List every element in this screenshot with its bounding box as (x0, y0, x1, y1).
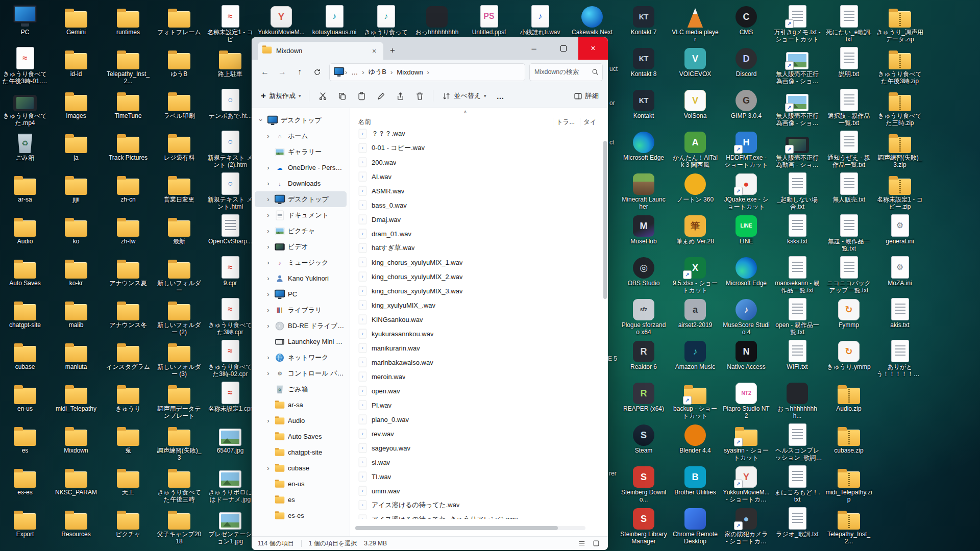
desktop-icon[interactable]: Y↗YukkuriMovieM... - ショートカット (722, 465, 771, 503)
file-row[interactable]: ♪king_xyulyuMIX_.wav (353, 298, 602, 312)
paste-button[interactable] (352, 87, 371, 105)
desktop-icon[interactable]: 最新 (155, 214, 204, 245)
desktop-icon[interactable]: X↗9.5.xlsx - ショートカット (671, 256, 720, 294)
desktop-icon[interactable]: es-es (1, 465, 50, 496)
desktop-icon[interactable]: ♪Amazon Music (671, 340, 720, 371)
expand-chevron-icon[interactable]: › (265, 464, 272, 472)
file-row[interactable]: ♪AI.wav (353, 169, 602, 184)
details-view-button[interactable] (576, 538, 587, 548)
expand-chevron-icon[interactable]: › (265, 164, 272, 171)
expand-chevron-icon[interactable]: › (257, 117, 265, 123)
desktop-icon[interactable]: ↗無人販売不正行為画像 - ショートカッ... (773, 47, 822, 85)
desktop-icon[interactable]: おっhhhhhhhhh... (773, 382, 822, 419)
expand-chevron-icon[interactable]: › (265, 274, 272, 282)
desktop-icon[interactable]: SSteinberg Library Manager (619, 507, 668, 545)
desktop-icon[interactable]: es (1, 423, 50, 455)
desktop-icon[interactable]: Export (1, 507, 50, 538)
desktop-icon[interactable]: OpenCvSharp... (206, 214, 255, 245)
sidebar-item[interactable]: ごみ箱 (255, 381, 347, 397)
desktop-icon[interactable]: jijii (52, 172, 101, 204)
desktop-icon[interactable]: midi_Telepathy (52, 382, 101, 413)
desktop-icon[interactable]: 説明.txt (824, 47, 873, 78)
desktop-icon[interactable]: 新しいフォルダー (3) (155, 340, 204, 378)
sidebar-item[interactable]: ›♪ミュージック (255, 255, 347, 270)
sidebar-item[interactable]: es (255, 492, 347, 508)
desktop-icon[interactable]: 路上駐車 (206, 47, 255, 78)
desktop-icon[interactable]: 無人販売.txt (824, 172, 873, 204)
desktop-icon[interactable]: runtimes (104, 5, 153, 36)
desktop-icon[interactable]: Microsoft Edge (722, 256, 771, 287)
file-row[interactable]: ♪open.wav (353, 384, 602, 398)
desktop-icon[interactable]: ♪小銭誰れti.wav (516, 5, 565, 36)
desktop-icon[interactable]: ↻Fymmp (824, 298, 873, 329)
share-button[interactable] (391, 87, 409, 105)
desktop-icon[interactable]: _起動しない場合.txt (773, 172, 822, 210)
desktop-icon[interactable]: 天工 (104, 465, 153, 496)
sidebar-item[interactable]: ›ネットワーク (255, 349, 347, 365)
desktop-icon[interactable]: ↗syasinn - ショートカット (722, 423, 771, 461)
desktop-icon[interactable]: ko (52, 214, 101, 245)
desktop-icon[interactable]: ●↗JQuake.exe - ショートカット (722, 172, 771, 210)
file-row[interactable]: ♪アイス溶けるの待ってた.wav (353, 498, 602, 512)
desktop-icon[interactable]: 無題 - 親作品一覧.txt (824, 214, 873, 252)
desktop-icon[interactable]: ♪MuseScore Studio 4 (722, 298, 771, 336)
desktop-icon[interactable]: ja (52, 131, 101, 162)
details-pane-button[interactable]: 詳細 (569, 87, 603, 105)
desktop-icon[interactable]: プレゼンテーション1.jpg (206, 507, 255, 545)
sidebar-item[interactable]: ›↓Downloads (255, 176, 347, 191)
desktop-icon[interactable]: akis.txt (875, 298, 924, 329)
desktop-icon[interactable]: malib (52, 298, 101, 329)
sidebar-item[interactable]: Auto Saves (255, 429, 347, 444)
desktop-icon[interactable]: en-us (1, 382, 50, 413)
desktop-icon[interactable]: 営業日変更 (155, 172, 204, 204)
desktop-icon[interactable]: chatgpt-site (1, 298, 50, 329)
expand-chevron-icon[interactable]: › (265, 369, 272, 377)
sidebar-item[interactable]: ›ドキュメント (255, 207, 347, 223)
desktop-icon[interactable]: Minecraft Launcher (619, 172, 668, 210)
desktop-icon[interactable]: manisekarin - 親作品一覧.txt (773, 256, 822, 294)
desktop-icon[interactable]: アナウンス夏 (104, 256, 153, 287)
explorer-tab[interactable]: Mixdown × (258, 42, 383, 60)
desktop-icon[interactable]: ar-sa (1, 172, 50, 204)
desktop-icon[interactable]: SSteam (619, 423, 668, 455)
refresh-button[interactable] (309, 64, 325, 80)
sidebar-item[interactable]: ›Audio (255, 413, 347, 429)
desktop-icon[interactable]: 新しいフォルダー (155, 256, 204, 294)
desktop-icon[interactable]: きゅうり食べてた午後3時.zip (875, 47, 924, 85)
sidebar-item[interactable]: chatgpt-site (255, 444, 347, 460)
sidebar-item[interactable]: ›PC (255, 286, 347, 302)
desktop-icon[interactable]: Aかんたん！AITalk 3 関西風 (671, 131, 720, 168)
desktop-icon[interactable]: PSUntitled.ppsf (464, 5, 513, 36)
file-row[interactable]: ♪kyukurasannkou.wav (353, 327, 602, 341)
file-row[interactable]: ♪rev.wav (353, 427, 602, 441)
desktop-icon[interactable]: PC (1, 5, 50, 36)
desktop-icon[interactable]: DDiscord (722, 47, 771, 78)
file-row[interactable]: ♪KINGsankou.wav (353, 312, 602, 327)
desktop-icon[interactable]: GGIMP 3.0.4 (722, 89, 771, 120)
sidebar-item[interactable]: ›ビデオ (255, 239, 347, 255)
file-row[interactable]: ♪ASMR.wav (353, 184, 602, 198)
expand-chevron-icon[interactable]: › (265, 354, 272, 361)
desktop-icon[interactable]: 通知うぜえ - 親作品一覧.txt (824, 131, 873, 168)
desktop-icon[interactable]: フォトフレーム (155, 5, 204, 36)
desktop-icon[interactable]: ↗backup - ショートカット (671, 382, 720, 419)
expand-chevron-icon[interactable]: › (265, 322, 272, 330)
desktop-icon[interactable]: ↗無人販売不正行為動画 - ショートカット (773, 131, 822, 168)
file-row[interactable]: ♪0-01 - コピー.wav (353, 141, 602, 155)
back-button[interactable]: ← (257, 64, 273, 80)
file-row[interactable]: ♪アイス溶けるの待ってた_きゅうりアレンジ.wav (353, 512, 602, 519)
desktop-icon[interactable]: 調声用データテンプレート (155, 382, 204, 419)
column-header-name[interactable]: 名前 (358, 118, 553, 127)
expand-chevron-icon[interactable]: › (265, 227, 272, 235)
sidebar-item[interactable]: ›デスクトップ (255, 112, 347, 128)
expand-chevron-icon[interactable]: › (265, 211, 272, 219)
rename-button[interactable] (372, 87, 390, 105)
desktop-icon[interactable]: ラベル印刷 (155, 89, 204, 120)
desktop-icon[interactable]: ≈9.cpr (206, 256, 255, 287)
desktop-icon[interactable]: zh-tw (104, 214, 153, 245)
desktop-icon[interactable]: 死にたい_e歌詞.txt (824, 5, 873, 43)
file-row[interactable]: ♪TI.wav (353, 469, 602, 484)
desktop-icon[interactable]: きゅうり食べてた午後三時 (155, 465, 204, 503)
desktop-icon[interactable]: Track Pictures (104, 131, 153, 162)
new-button[interactable]: + 新規作成 ▾ (257, 87, 305, 105)
